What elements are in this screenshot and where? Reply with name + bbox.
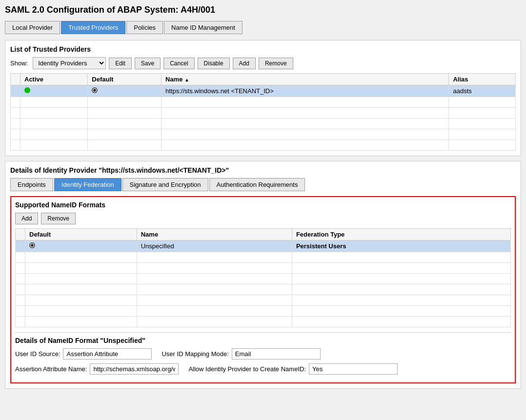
table-row[interactable]: Unspecified Persistent Users (16, 240, 511, 252)
tab-local-provider[interactable]: Local Provider (5, 21, 60, 34)
cell-name (162, 119, 449, 129)
col-indicator (11, 74, 20, 85)
cell-default (25, 295, 137, 306)
user-id-mapping-label: User ID Mapping Mode: (162, 350, 228, 358)
table-row[interactable] (16, 252, 511, 263)
tab-policies[interactable]: Policies (126, 21, 163, 34)
cell-federation-type (292, 317, 510, 327)
col-federation-type: Federation Type (292, 229, 510, 240)
cell-name (137, 295, 292, 306)
sub-tab-endpoints[interactable]: Endpoints (10, 178, 53, 191)
cell-name (137, 252, 292, 263)
assertion-attr-name-input[interactable] (90, 363, 179, 375)
cell-federation-type (292, 274, 510, 284)
save-button[interactable]: Save (135, 58, 161, 69)
nameid-remove-button[interactable]: Remove (41, 213, 76, 224)
row-sel-indicator (16, 306, 25, 317)
row-sel-indicator (11, 119, 20, 129)
cell-default (88, 97, 162, 108)
sub-tab-authentication-requirements[interactable]: Authentication Requirements (209, 178, 305, 191)
cell-federation-type (292, 295, 510, 306)
allow-idp-create-nameid-input[interactable] (309, 363, 398, 375)
cell-default (88, 85, 162, 97)
cell-active (20, 97, 88, 108)
cell-name: Unspecified (137, 240, 292, 252)
assertion-attr-name-field: Assertion Attribute Name: (15, 363, 179, 375)
sub-tab-signature-encryption[interactable]: Signature and Encryption (122, 178, 208, 191)
nameid-details: Details of NameID Format "Unspecified" U… (15, 332, 511, 375)
col-alias: Alias (449, 74, 516, 85)
row-sel-indicator (11, 129, 20, 140)
page-title: SAML 2.0 Configuration of ABAP System: A… (5, 5, 521, 15)
table-row[interactable] (11, 108, 516, 119)
cell-alias (449, 129, 516, 140)
trusted-providers-title: List of Trusted Providers (10, 45, 516, 53)
cell-active (20, 85, 88, 97)
sub-tab-bar: Endpoints Identity Federation Signature … (10, 178, 516, 191)
cell-federation-type (292, 263, 510, 274)
form-row-2: Assertion Attribute Name: Allow Identity… (15, 363, 511, 375)
table-row[interactable] (11, 140, 516, 151)
table-row[interactable] (16, 317, 511, 327)
cell-name (137, 317, 292, 327)
identity-federation-content: Supported NameID Formats Add Remove Defa… (10, 196, 516, 383)
user-id-mapping-field: User ID Mapping Mode: (162, 348, 320, 360)
table-row[interactable] (16, 306, 511, 317)
col-active: Active (20, 74, 88, 85)
row-sel-indicator (11, 97, 20, 108)
cell-default (88, 129, 162, 140)
cell-alias (449, 108, 516, 119)
table-row[interactable] (16, 263, 511, 274)
allow-idp-create-nameid-field: Allow Identity Provider to Create NameID… (188, 363, 398, 375)
col-default: Default (25, 229, 137, 240)
nameid-details-title: Details of NameID Format "Unspecified" (15, 337, 511, 344)
cell-default (88, 108, 162, 119)
cell-default (25, 263, 137, 274)
allow-idp-create-nameid-label: Allow Identity Provider to Create NameID… (188, 365, 306, 373)
cell-active (20, 119, 88, 129)
tab-trusted-providers[interactable]: Trusted Providers (61, 21, 125, 34)
cell-default (25, 284, 137, 295)
cell-federation-type: Persistent Users (292, 240, 510, 252)
trusted-providers-section: List of Trusted Providers Show: Identity… (5, 40, 521, 156)
tab-name-id-management[interactable]: Name ID Management (164, 21, 243, 34)
user-id-mapping-input[interactable] (232, 348, 321, 360)
col-indicator (16, 229, 25, 240)
trusted-providers-table: Active Default Name ▲ Alias https://sts.… (10, 73, 516, 151)
assertion-attr-name-label: Assertion Attribute Name: (15, 365, 87, 373)
table-row[interactable] (16, 274, 511, 284)
idp-details-section: Details of Identity Provider "https://st… (5, 161, 521, 389)
nameid-table: Default Name Federation Type Unspecified… (15, 228, 511, 327)
nameid-formats-title: Supported NameID Formats (15, 201, 511, 209)
cell-default (25, 317, 137, 327)
table-row[interactable]: https://sts.windows.net <TENANT_ID> aads… (11, 85, 516, 97)
row-sel-indicator (11, 108, 20, 119)
cell-name (162, 140, 449, 151)
table-row[interactable] (11, 129, 516, 140)
cell-default (88, 140, 162, 151)
idp-details-title: Details of Identity Provider "https://st… (10, 166, 516, 174)
cell-alias (449, 97, 516, 108)
trusted-providers-toolbar: Show: Identity Providers Edit Save Cance… (10, 57, 516, 69)
table-row[interactable] (16, 284, 511, 295)
edit-button[interactable]: Edit (109, 58, 132, 69)
add-button[interactable]: Add (233, 58, 256, 69)
nameid-add-button[interactable]: Add (15, 213, 38, 224)
col-default: Default (88, 74, 162, 85)
table-row[interactable] (16, 295, 511, 306)
cancel-button[interactable]: Cancel (163, 58, 194, 69)
remove-button[interactable]: Remove (259, 58, 293, 69)
sub-tab-identity-federation[interactable]: Identity Federation (54, 178, 121, 191)
cell-default (25, 274, 137, 284)
col-name: Name ▲ (162, 74, 449, 85)
show-select[interactable]: Identity Providers (33, 57, 106, 69)
row-sel-indicator (16, 317, 25, 327)
table-row[interactable] (11, 119, 516, 129)
cell-active (20, 108, 88, 119)
cell-default (88, 119, 162, 129)
user-id-source-input[interactable] (63, 348, 152, 360)
table-row[interactable] (11, 97, 516, 108)
cell-name (137, 274, 292, 284)
disable-button[interactable]: Disable (198, 58, 230, 69)
cell-name (137, 284, 292, 295)
